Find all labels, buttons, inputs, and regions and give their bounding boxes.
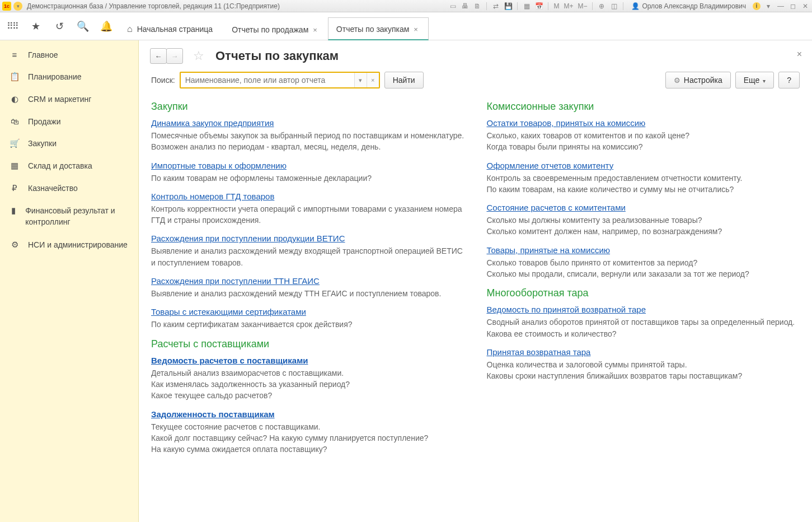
report-description: По каким сертификатам заканчивается срок… bbox=[151, 319, 464, 330]
close-page-icon[interactable]: × bbox=[797, 49, 802, 59]
report-link[interactable]: Товары, принятые на комиссию bbox=[487, 245, 611, 255]
content-area: × ← → ☆ Отчеты по закупкам Поиск: ▾ × На… bbox=[139, 40, 812, 522]
sidebar-item-6[interactable]: ₽Казначейство bbox=[0, 177, 138, 199]
favorite-icon[interactable]: ★ bbox=[29, 20, 43, 33]
sidebar-item-label: Финансовый результат и контроллинг bbox=[25, 206, 129, 227]
more-button[interactable]: Еще bbox=[735, 72, 775, 88]
window-title: Демонстрационная база / Управление торго… bbox=[27, 2, 280, 10]
report-link[interactable]: Ведомость расчетов с поставщиками bbox=[151, 356, 308, 365]
search-input[interactable] bbox=[181, 73, 354, 87]
sidebar-icon: ≡ bbox=[9, 50, 20, 59]
print-icon[interactable]: 🖶 bbox=[461, 2, 470, 11]
navigation-sidebar: ≡Главное📋Планирование◐CRM и маркетинг🛍Пр… bbox=[0, 40, 139, 522]
app-logo-icon: 1c bbox=[2, 2, 11, 11]
report-link[interactable]: Товары с истекающими сертификатами bbox=[151, 307, 306, 316]
apps-icon[interactable]: ⠿⠿ bbox=[6, 20, 19, 33]
minimize-icon[interactable]: — bbox=[776, 2, 785, 11]
compare-icon[interactable]: ⇄ bbox=[491, 2, 500, 11]
report-description: Сколько товаров было принято от комитент… bbox=[487, 257, 800, 280]
m-minus-button[interactable]: M− bbox=[577, 2, 588, 10]
save-icon[interactable]: 💾 bbox=[504, 2, 513, 11]
sidebar-item-label: Главное bbox=[28, 50, 58, 59]
app-menu-dropdown[interactable] bbox=[13, 2, 22, 11]
report-link[interactable]: Ведомость по принятой возвратной таре bbox=[487, 305, 646, 314]
tab-home[interactable]: ⌂ Начальная страница bbox=[119, 17, 223, 40]
find-button[interactable]: Найти bbox=[384, 72, 424, 88]
search-clear-button[interactable]: × bbox=[367, 73, 379, 87]
report-description: Детальный анализ взаиморасчетов с постав… bbox=[151, 367, 464, 402]
nav-back-button[interactable]: ← bbox=[150, 48, 167, 64]
m-button[interactable]: M bbox=[553, 2, 560, 10]
sidebar-item-8[interactable]: ⚙НСИ и администрирование bbox=[0, 234, 138, 257]
close-window-icon[interactable]: ✕ bbox=[801, 2, 810, 11]
report-description: Помесячные объемы закупок за выбранный п… bbox=[151, 130, 464, 153]
report-description: По каким товарам не оформлены таможенные… bbox=[151, 173, 464, 184]
history-icon[interactable]: ↺ bbox=[53, 20, 66, 33]
sidebar-icon: ⚙ bbox=[9, 240, 20, 250]
sidebar-item-4[interactable]: 🛒Закупки bbox=[0, 132, 138, 155]
dropdown-icon[interactable]: ▾ bbox=[764, 2, 773, 11]
sidebar-item-label: Закупки bbox=[28, 139, 57, 148]
calendar-icon[interactable]: 📅 bbox=[534, 2, 543, 11]
report-description: Контроль корректности учета операций с и… bbox=[151, 203, 464, 226]
sidebar-icon: 🛒 bbox=[9, 138, 20, 148]
report-description: Выявление и анализ расхождений между ТТН… bbox=[151, 288, 464, 299]
settings-button[interactable]: Настройка bbox=[665, 72, 731, 88]
section-title: Многооборотная тара bbox=[487, 287, 800, 299]
report-link[interactable]: Расхождения при поступлении продукции ВЕ… bbox=[151, 234, 345, 243]
sidebar-item-5[interactable]: ▦Склад и доставка bbox=[0, 155, 138, 177]
sidebar-icon: 🛍 bbox=[9, 116, 20, 126]
report-link[interactable]: Динамика закупок предприятия bbox=[151, 118, 274, 128]
favorite-star-icon[interactable]: ☆ bbox=[191, 48, 206, 64]
tab-close-icon[interactable]: × bbox=[313, 26, 317, 34]
tab-home-label: Начальная страница bbox=[137, 25, 213, 34]
notifications-icon[interactable]: 🔔 bbox=[100, 20, 113, 33]
report-description: Сводный анализ оборотов принятой от пост… bbox=[487, 316, 800, 339]
report-link[interactable]: Состояние расчетов с комитентами bbox=[487, 203, 626, 212]
report-description: Оценка количества и залоговой суммы прин… bbox=[487, 359, 800, 382]
nav-forward-button[interactable]: → bbox=[166, 48, 183, 64]
sidebar-item-label: Планирование bbox=[28, 72, 82, 81]
zoom-icon[interactable]: ⊕ bbox=[597, 2, 606, 11]
tab-sales-reports[interactable]: Отчеты по продажам × bbox=[223, 18, 328, 40]
report-link[interactable]: Остатки товаров, принятых на комиссию bbox=[487, 118, 646, 128]
home-icon: ⌂ bbox=[127, 24, 133, 34]
sidebar-item-label: Казначейство bbox=[28, 184, 78, 193]
sidebar-item-7[interactable]: ▮Финансовый результат и контроллинг bbox=[0, 199, 138, 234]
reports-left-column: ЗакупкиДинамика закупок предприятияПомес… bbox=[151, 96, 464, 511]
preview-icon[interactable]: ▭ bbox=[448, 2, 457, 11]
calculator-icon[interactable]: ▦ bbox=[522, 2, 531, 11]
search-dropdown-button[interactable]: ▾ bbox=[354, 73, 367, 87]
sidebar-item-3[interactable]: 🛍Продажи bbox=[0, 110, 138, 132]
section-title: Комиссионные закупки bbox=[487, 101, 800, 113]
sidebar-item-0[interactable]: ≡Главное bbox=[0, 44, 138, 66]
document-icon[interactable]: 🗎 bbox=[473, 2, 482, 11]
sidebar-item-2[interactable]: ◐CRM и маркетинг bbox=[0, 88, 138, 110]
report-link[interactable]: Расхождения при поступлении ТТН ЕГАИС bbox=[151, 276, 320, 286]
search-icon[interactable]: 🔍 bbox=[76, 20, 90, 33]
report-link[interactable]: Импортные товары к оформлению bbox=[151, 161, 287, 170]
sidebar-item-label: CRM и маркетинг bbox=[28, 95, 91, 104]
search-box: ▾ × bbox=[180, 72, 380, 88]
main-toolbar: ⠿⠿ ★ ↺ 🔍 🔔 ⌂ Начальная страница Отчеты п… bbox=[0, 12, 812, 40]
current-user[interactable]: 👤 Орлов Александр Владимирович bbox=[631, 2, 746, 10]
more-button-label: Еще bbox=[744, 76, 760, 85]
section-title: Закупки bbox=[151, 101, 464, 113]
help-button[interactable]: ? bbox=[778, 72, 800, 88]
panel-icon[interactable]: ◫ bbox=[609, 2, 618, 11]
report-link[interactable]: Оформление отчетов комитенту bbox=[487, 161, 614, 170]
tab-label: Отчеты по закупкам bbox=[336, 25, 409, 34]
maximize-icon[interactable]: ◻ bbox=[788, 2, 797, 11]
report-link[interactable]: Задолженность поставщикам bbox=[151, 409, 275, 419]
info-icon[interactable]: i bbox=[753, 2, 761, 10]
tab-close-icon[interactable]: × bbox=[414, 25, 418, 34]
search-label: Поиск: bbox=[151, 76, 175, 85]
sidebar-item-label: НСИ и администрирование bbox=[28, 240, 128, 251]
report-link[interactable]: Контроль номеров ГТД товаров bbox=[151, 192, 274, 201]
m-plus-button[interactable]: M+ bbox=[563, 2, 574, 10]
sidebar-icon: ◐ bbox=[9, 94, 20, 104]
tab-purchase-reports[interactable]: Отчеты по закупкам × bbox=[328, 17, 429, 40]
reports-right-column: Комиссионные закупкиОстатки товаров, при… bbox=[487, 96, 800, 511]
report-link[interactable]: Принятая возвратная тара bbox=[487, 347, 591, 357]
sidebar-item-1[interactable]: 📋Планирование bbox=[0, 66, 138, 88]
